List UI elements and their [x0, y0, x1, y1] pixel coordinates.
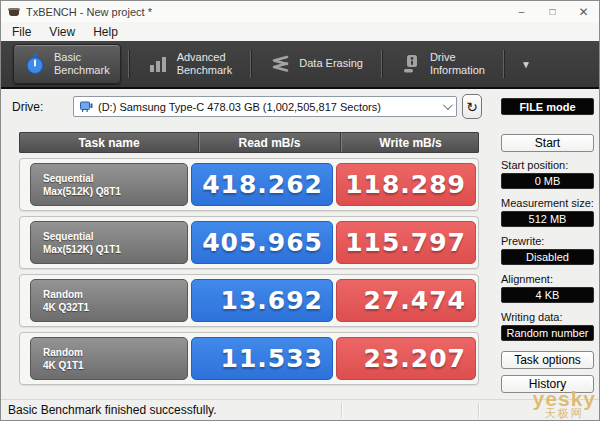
task-button-seq-q1t1[interactable]: Sequential Max(512K) Q1T1 — [30, 221, 188, 264]
menu-bar: File View Help — [1, 22, 599, 41]
settings-sidebar: FILE mode Start Start position: 0 MB Mea… — [501, 96, 597, 393]
write-result: 27.474 — [336, 279, 476, 322]
writing-data-field[interactable]: Random number — [501, 325, 594, 341]
drive-icon — [80, 101, 93, 112]
task-button-rand-q32t1[interactable]: Random 4K Q32T1 — [30, 279, 188, 322]
tab-label: DriveInformation — [430, 51, 485, 77]
tab-advanced-benchmark[interactable]: AdvancedBenchmark — [136, 44, 244, 84]
title-bar: TxBENCH - New project * – □ ✕ — [1, 1, 599, 22]
toolbar-overflow-arrow[interactable]: ▼ — [521, 59, 531, 70]
header-task-name: Task name — [20, 133, 198, 152]
tab-basic-benchmark[interactable]: BasicBenchmark — [13, 44, 121, 84]
prewrite-label: Prewrite: — [501, 235, 597, 247]
toolbar-separator — [128, 50, 129, 78]
table-row: Random 4K Q32T1 13.692 27.474 — [19, 274, 479, 327]
tab-data-erasing[interactable]: Data Erasing — [258, 44, 374, 84]
table-row: Sequential Max(512K) Q8T1 418.262 118.28… — [19, 158, 479, 211]
history-button[interactable]: History — [501, 375, 594, 393]
menu-file[interactable]: File — [3, 25, 40, 39]
table-header: Task name Read mB/s Write mB/s — [19, 132, 479, 153]
status-separator — [478, 403, 479, 418]
toolbar-separator — [250, 50, 251, 78]
measurement-size-field[interactable]: 512 MB — [501, 211, 594, 227]
status-separator — [341, 403, 342, 418]
status-message: Basic Benchmark finished successfully. — [8, 403, 217, 417]
eraser-zigzag-icon — [269, 53, 291, 75]
alignment-field[interactable]: 4 KB — [501, 287, 594, 303]
tab-label: Data Erasing — [299, 57, 363, 70]
bar-chart-icon — [147, 53, 169, 75]
task-button-rand-q1t1[interactable]: Random 4K Q1T1 — [30, 337, 188, 380]
tab-drive-information[interactable]: DriveInformation — [389, 44, 496, 84]
read-result: 418.262 — [191, 163, 333, 206]
window-title: TxBENCH - New project * — [26, 6, 152, 18]
task-options-button[interactable]: Task options — [501, 351, 594, 369]
refresh-icon: ↻ — [466, 99, 478, 115]
write-result: 118.289 — [336, 163, 476, 206]
tab-label: BasicBenchmark — [54, 51, 110, 77]
measurement-size-label: Measurement size: — [501, 197, 597, 209]
header-read: Read mB/s — [198, 133, 340, 152]
drive-selected-value: (D:) Samsung Type-C 478.03 GB (1,002,505… — [98, 101, 381, 113]
chevron-down-icon — [443, 100, 453, 110]
close-button[interactable]: ✕ — [568, 1, 599, 22]
stopwatch-icon — [24, 53, 46, 75]
status-bar: Basic Benchmark finished successfully. — [1, 399, 599, 420]
txbench-window: TxBENCH - New project * – □ ✕ File View … — [0, 0, 600, 421]
toolbar-separator — [503, 50, 504, 78]
read-result: 405.965 — [191, 221, 333, 264]
app-icon — [8, 6, 21, 18]
minimize-button[interactable]: – — [506, 1, 537, 22]
file-mode-button[interactable]: FILE mode — [501, 98, 594, 115]
menu-help[interactable]: Help — [84, 25, 127, 39]
drive-info-icon — [400, 53, 422, 75]
menu-view[interactable]: View — [40, 25, 84, 39]
start-position-label: Start position: — [501, 159, 597, 171]
alignment-label: Alignment: — [501, 273, 597, 285]
maximize-button[interactable]: □ — [537, 1, 568, 22]
toolbar: BasicBenchmark AdvancedBenchmark Data E — [1, 41, 599, 89]
drive-label: Drive: — [12, 100, 43, 114]
start-button[interactable]: Start — [501, 134, 594, 152]
writing-data-label: Writing data: — [501, 311, 597, 323]
task-button-seq-q8t1[interactable]: Sequential Max(512K) Q8T1 — [30, 163, 188, 206]
read-result: 11.533 — [191, 337, 333, 380]
benchmark-table: Task name Read mB/s Write mB/s Sequentia… — [19, 132, 479, 385]
table-row: Random 4K Q1T1 11.533 23.207 — [19, 332, 479, 385]
start-position-field[interactable]: 0 MB — [501, 173, 594, 189]
table-row: Sequential Max(512K) Q1T1 405.965 115.79… — [19, 216, 479, 269]
refresh-drives-button[interactable]: ↻ — [462, 94, 482, 119]
write-result: 115.797 — [336, 221, 476, 264]
read-result: 13.692 — [191, 279, 333, 322]
drive-select[interactable]: (D:) Samsung Type-C 478.03 GB (1,002,505… — [73, 96, 457, 117]
tab-label: AdvancedBenchmark — [177, 51, 233, 77]
header-write: Write mB/s — [340, 133, 480, 152]
prewrite-field[interactable]: Disabled — [501, 249, 594, 265]
write-result: 23.207 — [336, 337, 476, 380]
toolbar-separator — [381, 50, 382, 78]
